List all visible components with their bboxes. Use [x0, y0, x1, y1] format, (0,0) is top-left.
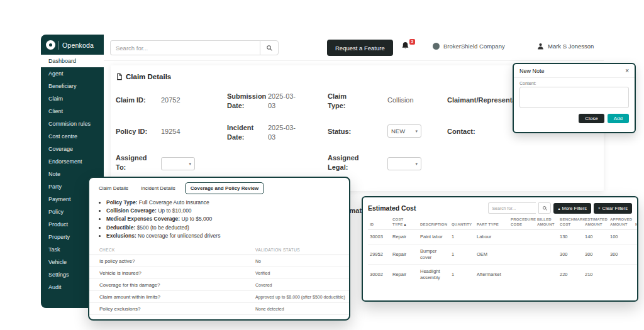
check-cell: Is policy active? [99, 258, 255, 264]
estimated-cost-header: Estimated Cost ▴ More Filters × Clear Fi… [363, 197, 637, 216]
table-row: Claim amount within limits? Approved up … [89, 291, 349, 303]
brand-logo: Openkoda [41, 35, 104, 55]
notifications-button[interactable]: 3 [401, 41, 413, 53]
clear-filters-button[interactable]: × Clear Filters [594, 203, 632, 214]
company-name: BrokerShield Company [443, 43, 505, 50]
table-row[interactable]: 29952 Repair Bumper cover 1 OEM 300 300 … [368, 244, 638, 265]
cell-billed-amount [535, 244, 558, 265]
column-header-estimated-amount[interactable]: ESTIMATED AMOUNT [583, 216, 608, 230]
list-item: Exclusions: No coverage for unlicensed d… [106, 232, 349, 240]
cell-notes [633, 244, 638, 265]
sidebar-item-cost-centre[interactable]: Cost centre [41, 130, 104, 143]
list-item: Medical Expenses Coverage: Up to $5,000 [106, 215, 349, 223]
column-header-procedure-code[interactable]: PROCEDURE CODE [509, 216, 535, 230]
sidebar-item-agent[interactable]: Agent [41, 67, 104, 80]
sidebar-item-claim[interactable]: Claim [41, 92, 104, 105]
table-row[interactable]: 30003 Repair Paint labor 1 Labour 130 14… [368, 230, 638, 245]
status-select[interactable]: NEW ▾ [387, 124, 421, 138]
cell-notes [633, 230, 638, 245]
sort-asc-icon: ▲ [403, 223, 406, 226]
company-menu[interactable]: BrokerShield Company [433, 43, 505, 50]
table-row: Vehicle is insured? Verified [89, 267, 349, 279]
cell-approved-amount: 300 [608, 244, 633, 265]
request-feature-button[interactable]: Request a Feature [327, 40, 393, 56]
openkoda-logo-icon [46, 40, 55, 50]
cell-approved-amount [608, 265, 633, 285]
sidebar-item-client[interactable]: Client [41, 105, 104, 118]
cell-description: Headlight assembly [418, 265, 450, 285]
bullet-text: Up to $10,000 [157, 207, 192, 214]
clear-icon: × [598, 206, 601, 210]
table-row[interactable]: 30002 Repair Headlight assembly 1 Afterm… [368, 265, 638, 285]
status-cell: Approved up to $8,000 (after $500 deduct… [255, 295, 345, 299]
incident-date-label: Incident Date: [227, 123, 262, 142]
more-filters-button[interactable]: ▴ More Filters [553, 203, 591, 214]
sidebar-item-commision-rules[interactable]: Commision rules [41, 118, 104, 130]
cost-search-button[interactable] [538, 202, 551, 214]
sidebar-item-beneficiary[interactable]: Beneficiary [41, 80, 104, 92]
cell-billed-amount [535, 265, 558, 285]
search-button[interactable] [260, 40, 279, 55]
cell-procedure-code [509, 265, 535, 285]
column-header-id[interactable]: ID [368, 216, 391, 230]
tab-bar: Claim Details Incident Details Coverage … [89, 178, 349, 196]
note-content-textarea[interactable] [519, 87, 629, 108]
policy-id-value: 19254 [161, 127, 180, 136]
cell-estimated-amount: 210 [583, 265, 608, 285]
tab-incident-details[interactable]: Incident Details [138, 183, 179, 194]
claim-id-label: Claim ID: [116, 96, 156, 105]
cell-procedure-code [509, 230, 535, 245]
cell-description: Paint labor [418, 230, 450, 245]
column-header-billed-amount[interactable]: BILLED AMOUNT [535, 216, 558, 230]
global-search [110, 40, 279, 55]
cell-id: 30003 [368, 230, 391, 245]
cell-procedure-code [509, 244, 535, 265]
estimated-cost-panel: Estimated Cost ▴ More Filters × Clear Fi… [362, 196, 638, 302]
assigned-to-select[interactable]: ▾ [161, 157, 195, 170]
sidebar-item-coverage[interactable]: Coverage [41, 143, 104, 155]
cell-estimated-amount: 300 [583, 244, 608, 265]
cost-table-header-row: ID COST TYPE▲ DESCRIPTION QUANTITY PART … [368, 216, 638, 230]
close-button[interactable]: Close [579, 114, 604, 123]
column-header-notes[interactable]: NOTES [633, 216, 638, 230]
bullet-label: Medical Expenses Coverage: [106, 216, 180, 222]
column-header-part-type[interactable]: PART TYPE [475, 216, 509, 230]
bullet-label: Deductible: [106, 224, 135, 231]
estimated-cost-title: Estimated Cost [368, 204, 416, 212]
cell-id: 29952 [368, 244, 391, 265]
column-header-approved-amount[interactable]: APPROVED AMOUNT [608, 216, 633, 230]
column-header-cost-type[interactable]: COST TYPE▲ [391, 216, 418, 230]
user-menu[interactable]: Mark S Jonesson [536, 42, 594, 50]
close-icon[interactable]: × [625, 68, 629, 74]
status-cell: Potential duplicate claim (flagged for r… [255, 319, 341, 321]
bullet-text: $500 (to be deducted) [135, 224, 189, 231]
add-button[interactable]: Add [608, 114, 629, 123]
policy-summary-list: Policy Type: Full Coverage Auto Insuranc… [106, 199, 349, 240]
column-header-benchmark-cost[interactable]: BENCHMARK COST [558, 216, 583, 230]
check-cell: Coverage for this damage? [99, 282, 255, 288]
new-note-popup: New Note × Content: Close Add [513, 63, 636, 133]
tab-claim-details[interactable]: Claim Details [96, 183, 131, 194]
claim-type-value: Collision [387, 96, 414, 105]
search-input[interactable] [110, 40, 260, 55]
cell-cost-type: Repair [391, 244, 418, 265]
new-note-body: Content: [514, 78, 635, 111]
document-icon [116, 73, 123, 80]
check-cell: Fraud risk detected? [99, 318, 255, 321]
cell-id: 30002 [368, 265, 391, 285]
cost-search-input[interactable] [488, 202, 536, 214]
column-header-validation-status: VALIDATION STATUS [255, 248, 339, 252]
logo-divider [58, 41, 59, 50]
bullet-text: Up to $5,000 [180, 216, 212, 222]
submission-date-value: 2025-03-03 [268, 92, 297, 111]
column-header-description[interactable]: DESCRIPTION [418, 216, 450, 230]
list-item: Policy Type: Full Coverage Auto Insuranc… [106, 199, 349, 207]
sidebar-item-dashboard[interactable]: Dashboard [41, 55, 104, 67]
check-cell: Vehicle is insured? [99, 270, 255, 276]
list-item: Collision Coverage: Up to $10,000 [106, 207, 349, 215]
sidebar-item-endorsement[interactable]: Endorsement [41, 155, 104, 168]
tab-coverage-and-policy-review[interactable]: Coverage and Policy Review [185, 182, 265, 194]
assigned-legal-select[interactable]: ▾ [387, 157, 421, 170]
coverage-review-panel: Claim Details Incident Details Coverage … [88, 177, 350, 321]
column-header-quantity[interactable]: QUANTITY [450, 216, 475, 230]
